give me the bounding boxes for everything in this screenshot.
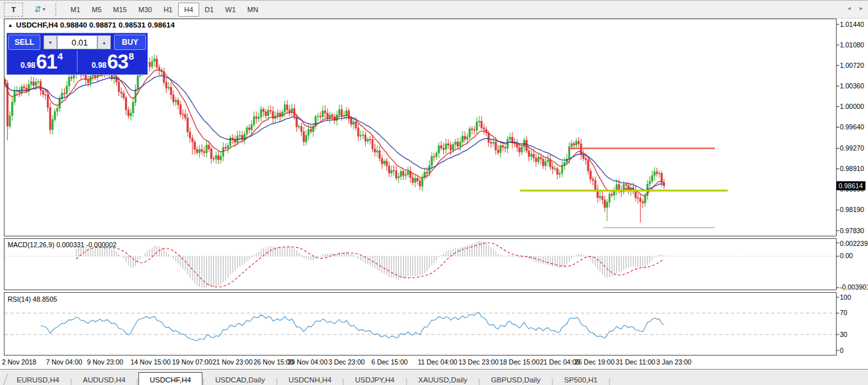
- chevron-down-icon[interactable]: ▾: [42, 6, 45, 12]
- quote-divider: [77, 51, 78, 72]
- timeframe-button-m30[interactable]: M30: [133, 3, 158, 17]
- ohlc-low: 0.98531: [119, 21, 145, 29]
- time-axis-label: 2 Nov 2018: [2, 358, 37, 366]
- time-axis-label: 6 Dec 15:00: [372, 358, 408, 366]
- price-tick-label: 1.01440: [840, 20, 864, 28]
- ohlc-high: 0.98871: [89, 21, 116, 29]
- timeframe-button-d1[interactable]: D1: [199, 3, 220, 17]
- price-tick-label: 1.00000: [840, 102, 864, 110]
- chart-tab-usdchf-h4[interactable]: USDCHF,H4: [138, 372, 203, 385]
- timeframe-button-m5[interactable]: M5: [86, 3, 107, 17]
- symbol-label: USDCHF,H4: [16, 21, 58, 29]
- chart-tab-bar: EURUSD,H4|AUDUSD,H4|USDCHF,H4|USDCAD,Dai…: [0, 369, 868, 385]
- time-axis-label: 21 Nov 23:00: [213, 358, 252, 366]
- rsi-axis-label: 70: [840, 309, 848, 316]
- price-tick-label: 0.98910: [840, 165, 864, 172]
- sell-price-sup: 4: [58, 51, 63, 61]
- sell-button[interactable]: SELL: [8, 35, 40, 50]
- timeframe-button-mn[interactable]: MN: [242, 3, 264, 17]
- time-axis-label: 3 Dec 23:00: [329, 358, 365, 366]
- toolbar-separator: [55, 3, 61, 16]
- macd-pane[interactable]: [4, 238, 837, 290]
- rsi-pane[interactable]: [4, 292, 837, 356]
- volume-increase-button[interactable]: ▴: [97, 35, 111, 49]
- macd-axis-top: 0.002239: [840, 240, 868, 247]
- time-axis-label: 18 Dec 15:00: [500, 358, 539, 366]
- rsi-name: RSI(14): [8, 295, 31, 303]
- sell-price-small: 0.98: [20, 61, 35, 70]
- price-tick-label: 0.97830: [840, 227, 864, 234]
- time-axis-label: 14 Nov 15:00: [131, 358, 170, 366]
- rsi-indicator-label: RSI(14) 48.8505: [8, 295, 57, 303]
- ohlc-open: 0.98840: [60, 21, 87, 29]
- macd-indicator-label: MACD(12,26,9) 0.000331 -0.000002: [8, 241, 117, 249]
- price-tick-label: 1.00360: [840, 82, 864, 90]
- tab-scroll-right-icon[interactable]: ▸: [860, 4, 863, 12]
- toolbar: T ⇵ ▾ M1M5M15M30H1H4D1W1MN: [0, 1, 868, 19]
- buy-price-big: 63: [107, 53, 127, 72]
- time-axis-label: 26 Dec 19:00: [575, 358, 614, 366]
- timeframe-button-group: M1M5M15M30H1H4D1W1MN: [65, 3, 264, 17]
- sell-price-big: 61: [36, 53, 56, 72]
- time-axis-label: 29 Nov 04:00: [288, 358, 327, 366]
- rsi-axis-label: 30: [840, 331, 848, 338]
- macd-value-signal: -0.000002: [86, 241, 117, 249]
- tab-scroll-controls: ◂ ▸: [848, 4, 863, 12]
- time-axis-label: 13 Dec 23:00: [459, 358, 498, 366]
- cycle-arrows-icon: ⇵: [35, 4, 42, 14]
- chart-tab-xauusd-daily[interactable]: XAUUSD,Daily: [407, 373, 479, 385]
- buy-price-sup: 8: [129, 51, 134, 61]
- volume-input[interactable]: 0.01: [57, 35, 97, 49]
- tab-scroll-left-icon[interactable]: ◂: [848, 4, 851, 12]
- tab-separator: |: [609, 377, 610, 385]
- timeframe-button-h1[interactable]: H1: [158, 3, 178, 17]
- chart-tab-usdjpy-h4[interactable]: USDJPY,H4: [344, 373, 405, 385]
- chart-tab-audusd-h4[interactable]: AUDUSD,H4: [72, 373, 136, 385]
- price-tick-label: 0.98190: [840, 206, 864, 213]
- time-axis-label: 19 Nov 07:00: [172, 358, 212, 366]
- chart-cycle-button[interactable]: ⇵ ▾: [30, 3, 49, 17]
- rsi-axis-label: 0: [840, 347, 844, 354]
- chart-tab-usdcad-daily[interactable]: USDCAD,Daily: [204, 373, 275, 385]
- chart-tab-gbpusd-daily[interactable]: GBPUSD,Daily: [480, 373, 551, 385]
- current-price-tag: 0.98614: [837, 181, 865, 190]
- volume-decrease-button[interactable]: ▾: [44, 35, 57, 49]
- chart-tab-usdcnh-h4[interactable]: USDCNH,H4: [277, 373, 342, 385]
- one-click-trading-panel: SELL ▾ 0.01 ▴ BUY 0.98 61 4 0.98 63 8: [6, 33, 148, 75]
- mt4-application-window: T ⇵ ▾ M1M5M15M30H1H4D1W1MN ▲USDCHF,H4 0.…: [0, 0, 868, 385]
- time-axis-label: 11 Dec 04:00: [418, 358, 457, 366]
- price-tick-label: 1.01080: [840, 41, 864, 49]
- macd-axis-bottom: -0.003901: [840, 283, 868, 291]
- price-tick-label: 0.99270: [840, 144, 864, 152]
- price-tick-label: 1.00720: [840, 61, 864, 69]
- chart-symbol-header: ▲USDCHF,H4 0.98840 0.98871 0.98531 0.986…: [8, 21, 175, 29]
- buy-price-small: 0.98: [92, 61, 106, 70]
- timeframe-button-m1[interactable]: M1: [65, 3, 86, 17]
- price-tick-label: 0.99640: [840, 123, 864, 131]
- time-axis-label: 9 Nov 23:00: [87, 358, 124, 366]
- timeframe-button-w1[interactable]: W1: [220, 3, 242, 17]
- collapse-triangle-icon[interactable]: ▲: [8, 22, 13, 28]
- text-tool-button[interactable]: T: [4, 3, 23, 17]
- macd-value-main: 0.000331: [56, 241, 85, 249]
- time-axis-label: 7 Nov 04:00: [46, 358, 83, 366]
- time-axis[interactable]: 2 Nov 20187 Nov 04:009 Nov 23:0014 Nov 1…: [0, 356, 868, 369]
- rsi-axis-label: 100: [840, 293, 851, 301]
- time-axis-label: 3 Jan 23:00: [657, 358, 692, 366]
- chart-tab-sp500-h1[interactable]: SP500,H1: [553, 373, 609, 385]
- macd-axis-zero: 0.00: [840, 252, 853, 259]
- macd-name: MACD(12,26,9): [8, 241, 54, 249]
- buy-quote[interactable]: 0.98 63 8: [79, 51, 146, 72]
- sell-quote[interactable]: 0.98 61 4: [8, 51, 75, 72]
- rsi-value: 48.8505: [33, 295, 57, 303]
- buy-button[interactable]: BUY: [114, 35, 146, 50]
- timeframe-button-m15[interactable]: M15: [108, 3, 133, 17]
- chart-tab-eurusd-h4[interactable]: EURUSD,H4: [6, 373, 70, 385]
- timeframe-button-h4[interactable]: H4: [178, 3, 199, 17]
- time-axis-label: 31 Dec 11:00: [616, 358, 655, 366]
- ohlc-close: 0.98614: [148, 21, 175, 29]
